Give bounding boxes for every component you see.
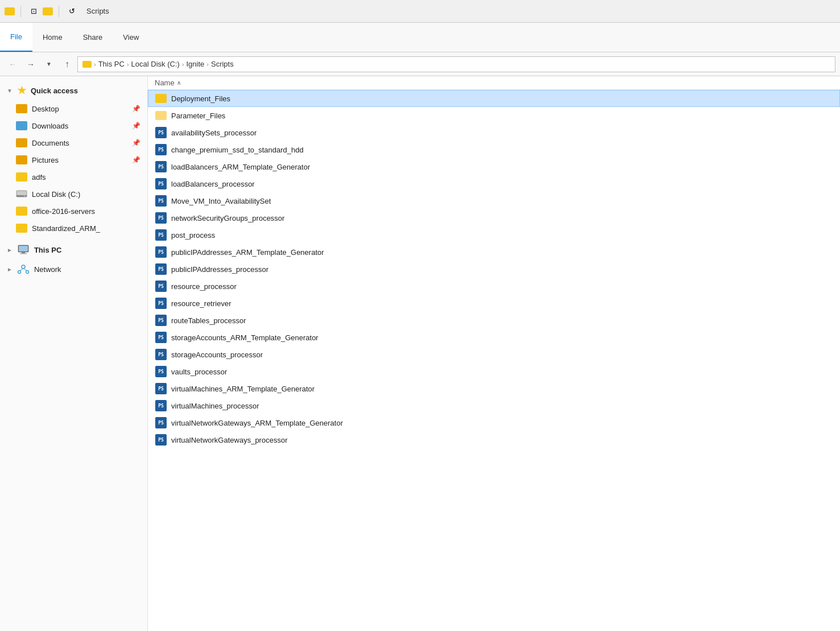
chevron-quick-access: ▼ xyxy=(7,88,13,94)
standardized-arm-folder-icon xyxy=(16,224,27,233)
sidebar-item-local-disk[interactable]: Local Disk (C:) xyxy=(0,185,147,203)
sidebar-item-documents[interactable]: Documents 📌 xyxy=(0,134,147,151)
list-item[interactable]: PS availabilitySets_processor xyxy=(148,124,840,141)
list-item[interactable]: PS vaults_processor xyxy=(148,363,840,380)
file-name: loadBalancers_processor xyxy=(171,180,255,188)
sidebar-item-office-servers-label: office-2016-servers xyxy=(32,207,140,216)
file-name: routeTables_processor xyxy=(171,316,246,325)
list-item[interactable]: PS publicIPAddresses_processor xyxy=(148,261,840,278)
file-name: storageAccounts_ARM_Template_Generator xyxy=(171,333,318,342)
quick-save-button[interactable]: ⊡ xyxy=(27,5,40,18)
list-item[interactable]: PS storageAccounts_ARM_Template_Generato… xyxy=(148,329,840,346)
sort-name[interactable]: Name ∧ xyxy=(155,79,181,87)
ps-icon: PS xyxy=(155,383,167,394)
path-scripts[interactable]: Scripts xyxy=(211,60,234,68)
sidebar-item-office-servers[interactable]: office-2016-servers xyxy=(0,203,147,220)
list-item[interactable]: PS loadBalancers_processor xyxy=(148,175,840,192)
list-item[interactable]: PS resource_retriever xyxy=(148,295,840,312)
list-item[interactable]: PS virtualNetworkGateways_processor xyxy=(148,431,840,448)
list-item[interactable]: PS Move_VM_Into_AvailabilitySet xyxy=(148,192,840,209)
title-divider-2 xyxy=(59,6,59,17)
path-ignite[interactable]: Ignite xyxy=(187,60,205,68)
sidebar-item-desktop[interactable]: Desktop 📌 xyxy=(0,100,147,117)
ps-icon: PS xyxy=(155,434,167,446)
list-item[interactable]: PS routeTables_processor xyxy=(148,312,840,329)
list-item[interactable]: PS resource_processor xyxy=(148,278,840,295)
ps-icon: PS xyxy=(155,417,167,428)
list-item[interactable]: PS storageAccounts_processor xyxy=(148,346,840,363)
ribbon: File Home Share View xyxy=(0,23,840,52)
column-header: Name ∧ xyxy=(148,76,840,90)
list-item[interactable]: PS publicIPAddresses_ARM_Template_Genera… xyxy=(148,244,840,261)
tab-home[interactable]: Home xyxy=(32,23,73,52)
tab-file[interactable]: File xyxy=(0,23,32,52)
pin-icon-documents: 📌 xyxy=(132,139,140,147)
sidebar-item-adfs-label: adfs xyxy=(32,173,140,182)
svg-rect-5 xyxy=(22,252,25,253)
chevron-this-pc: ► xyxy=(7,247,13,253)
up-button[interactable]: ↑ xyxy=(59,56,75,72)
sort-arrow: ∧ xyxy=(177,80,181,86)
ps-icon: PS xyxy=(155,246,167,258)
file-name: virtualNetworkGateways_ARM_Template_Gene… xyxy=(171,419,343,427)
main-layout: ▼ ★ Quick access Desktop 📌 Downloads 📌 D… xyxy=(0,76,840,631)
file-name: change_premium_ssd_to_standard_hdd xyxy=(171,146,304,154)
list-item[interactable]: PS change_premium_ssd_to_standard_hdd xyxy=(148,141,840,158)
list-item[interactable]: PS virtualMachines_ARM_Template_Generato… xyxy=(148,380,840,397)
list-item[interactable]: Parameter_Files xyxy=(148,107,840,124)
computer-icon xyxy=(17,245,30,255)
ps-icon: PS xyxy=(155,144,167,155)
svg-point-2 xyxy=(24,196,25,197)
svg-point-9 xyxy=(26,271,28,274)
sidebar-item-pictures[interactable]: Pictures 📌 xyxy=(0,151,147,168)
pin-icon-downloads: 📌 xyxy=(132,122,140,130)
sidebar-item-standardized-arm[interactable]: Standardized_ARM_ xyxy=(0,220,147,237)
list-item[interactable]: PS virtualNetworkGateways_ARM_Template_G… xyxy=(148,414,840,431)
back-button[interactable]: ← xyxy=(5,56,20,72)
path-folder-icon xyxy=(82,61,92,68)
file-name: vaults_processor xyxy=(171,368,227,376)
office-servers-folder-icon xyxy=(16,207,27,216)
sidebar-item-documents-label: Documents xyxy=(32,139,127,147)
folder-icon xyxy=(155,94,167,103)
sidebar: ▼ ★ Quick access Desktop 📌 Downloads 📌 D… xyxy=(0,76,148,631)
sidebar-item-adfs[interactable]: adfs xyxy=(0,168,147,185)
sidebar-item-this-pc-label: This PC xyxy=(34,246,140,254)
file-name: post_process xyxy=(171,231,215,240)
svg-point-8 xyxy=(18,271,20,274)
sidebar-item-downloads[interactable]: Downloads 📌 xyxy=(0,117,147,134)
sidebar-section-quick-access[interactable]: ▼ ★ Quick access xyxy=(0,81,147,100)
ps-icon: PS xyxy=(155,161,167,172)
list-item[interactable]: Deployment_Files xyxy=(148,90,840,107)
path-local-disk[interactable]: Local Disk (C:) xyxy=(131,60,180,68)
pin-icon-pictures: 📌 xyxy=(132,156,140,164)
sidebar-item-network[interactable]: ► Network xyxy=(0,261,147,278)
file-name: resource_processor xyxy=(171,282,237,291)
ps-icon: PS xyxy=(155,315,167,326)
file-list: Deployment_Files Parameter_Files PS avai… xyxy=(148,90,840,631)
list-item[interactable]: PS networkSecurityGroups_processor xyxy=(148,209,840,226)
sidebar-item-standardized-arm-label: Standardized_ARM_ xyxy=(32,224,140,233)
sidebar-item-local-disk-label: Local Disk (C:) xyxy=(32,190,140,199)
forward-button[interactable]: → xyxy=(23,56,39,72)
list-item[interactable]: PS post_process xyxy=(148,226,840,244)
window-title: Scripts xyxy=(86,7,109,15)
ps-icon: PS xyxy=(155,178,167,189)
list-item[interactable]: PS virtualMachines_processor xyxy=(148,397,840,414)
path-this-pc[interactable]: This PC xyxy=(98,60,125,68)
quick-save-toolbar: ⊡ xyxy=(27,5,53,18)
recent-button[interactable]: ▼ xyxy=(41,56,57,72)
address-path: › This PC › Local Disk (C:) › Ignite › S… xyxy=(77,56,835,72)
tab-share[interactable]: Share xyxy=(73,23,113,52)
file-name: storageAccounts_processor xyxy=(171,350,263,359)
ps-icon: PS xyxy=(155,229,167,241)
sidebar-item-this-pc[interactable]: ► This PC xyxy=(0,241,147,258)
list-item[interactable]: PS loadBalancers_ARM_Template_Generator xyxy=(148,158,840,175)
undo-button[interactable]: ↺ xyxy=(65,5,78,18)
file-name: Move_VM_Into_AvailabilitySet xyxy=(171,197,271,205)
adfs-folder-icon xyxy=(16,172,27,182)
ps-icon: PS xyxy=(155,349,167,360)
tab-view[interactable]: View xyxy=(113,23,149,52)
documents-folder-icon xyxy=(16,138,27,147)
quick-access-label: Quick access xyxy=(31,86,78,95)
